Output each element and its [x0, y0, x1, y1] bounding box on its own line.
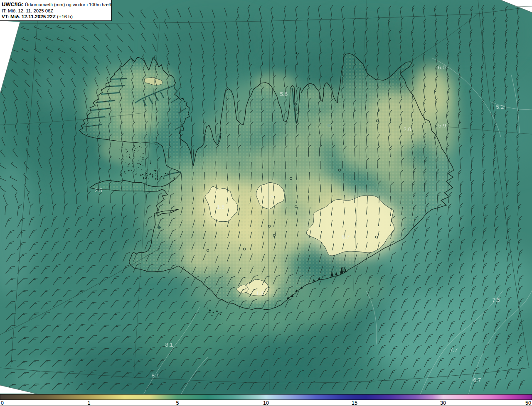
svg-text:2.0: 2.0	[404, 126, 411, 132]
svg-text:7.7: 7.7	[450, 347, 458, 353]
svg-text:8.1: 8.1	[152, 372, 160, 379]
svg-text:7.5: 7.5	[493, 297, 500, 303]
svg-text:15: 15	[352, 400, 357, 406]
svg-text:IT: Mið. 12. 11. 2025 06Z: IT: Mið. 12. 11. 2025 06Z	[2, 8, 53, 13]
svg-text:1: 1	[88, 400, 91, 406]
svg-text:5: 5	[176, 400, 179, 406]
svg-text:1.4: 1.4	[256, 290, 264, 296]
svg-text:VT: Mið. 12.11.2025 22Z (+16 h: VT: Mið. 12.11.2025 22Z (+16 h)	[2, 14, 73, 20]
svg-text:0.7: 0.7	[342, 234, 350, 240]
svg-text:5.6: 5.6	[280, 91, 288, 97]
svg-text:6.0: 6.0	[438, 64, 446, 71]
svg-text:30: 30	[440, 400, 446, 406]
svg-text:6.7: 6.7	[473, 377, 481, 383]
svg-text:8.1: 8.1	[165, 342, 173, 348]
svg-text:UWC/IG: Úrkomumætti (mm) og vi: UWC/IG: Úrkomumætti (mm) og vindur i 100…	[2, 1, 111, 7]
svg-text:5.2: 5.2	[496, 104, 504, 110]
svg-text:1.2: 1.2	[266, 194, 273, 201]
svg-text:5.9: 5.9	[438, 122, 446, 129]
svg-text:0: 0	[1, 400, 4, 406]
svg-text:2.5: 2.5	[95, 187, 103, 193]
svg-text:1.5: 1.5	[217, 204, 225, 210]
svg-text:50: 50	[525, 400, 531, 406]
svg-text:10: 10	[263, 400, 269, 406]
